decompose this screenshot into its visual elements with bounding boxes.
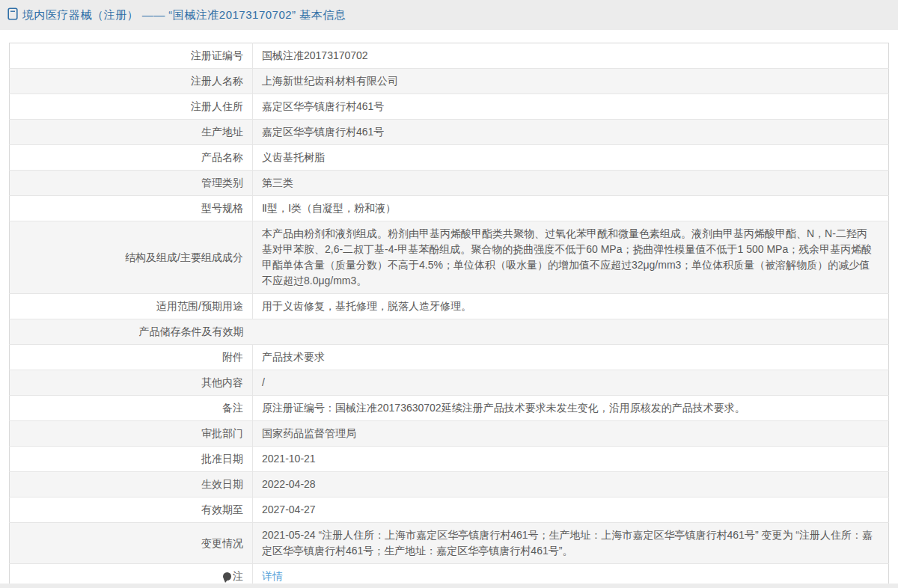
table-row: 产品储存条件及有效期 xyxy=(10,319,889,345)
row-label: 有效期至 xyxy=(10,497,253,523)
table-row: 注册证编号国械注准20173170702 xyxy=(10,43,889,69)
table-row: 有效期至2027-04-27 xyxy=(10,497,889,523)
table-row: 注册人住所嘉定区华亭镇唐行村461号 xyxy=(10,94,889,120)
row-label: 备注 xyxy=(10,396,253,421)
registration-info-table: 注册证编号国械注准20173170702注册人名称上海新世纪齿科材料有限公司注册… xyxy=(9,43,889,588)
document-icon xyxy=(7,7,18,23)
row-label: 附件 xyxy=(10,345,253,370)
row-value: 国家药品监督管理局 xyxy=(253,421,889,447)
row-value: 国械注准20173170702 xyxy=(253,43,889,69)
table-row: 注册人名称上海新世纪齿科材料有限公司 xyxy=(10,69,889,94)
table-row: 生效日期2022-04-28 xyxy=(10,472,889,497)
row-label: 生效日期 xyxy=(10,472,253,497)
table-row: 审批部门国家药品监督管理局 xyxy=(10,421,889,447)
page-header: 境内医疗器械（注册） —— “国械注准20173170702” 基本信息 xyxy=(0,0,898,30)
row-label: 生产地址 xyxy=(10,120,253,145)
table-row: 备注原注册证编号：国械注准20173630702延续注册产品技术要求未发生变化，… xyxy=(10,396,889,421)
row-label: 其他内容 xyxy=(10,370,253,396)
row-value: 嘉定区华亭镇唐行村461号 xyxy=(253,94,889,120)
row-value: 用于义齿修复，基托修理，脱落人造牙修理。 xyxy=(253,294,889,319)
row-label: 注册人名称 xyxy=(10,69,253,94)
row-label: 结构及组成/主要组成成分 xyxy=(10,221,253,294)
row-label: 管理类别 xyxy=(10,171,253,196)
row-value: 原注册证编号：国械注准20173630702延续注册产品技术要求未发生变化，沿用… xyxy=(253,396,889,421)
row-label: 批准日期 xyxy=(10,447,253,472)
table-row: 批准日期2021-10-21 xyxy=(10,447,889,472)
row-label: 产品名称 xyxy=(10,145,253,171)
table-row: 变更情况2021-05-24 “注册人住所：上海市嘉定区华亭镇唐行村461号；生… xyxy=(10,523,889,564)
row-value: 2027-04-27 xyxy=(253,497,889,523)
page-title: 境内医疗器械（注册） —— “国械注准20173170702” 基本信息 xyxy=(22,8,346,22)
row-value: 2021-05-24 “注册人住所：上海市嘉定区华亭镇唐行村461号；生产地址：… xyxy=(253,523,889,564)
table-row: 管理类别第三类 xyxy=(10,171,889,196)
row-label: 变更情况 xyxy=(10,523,253,564)
table-row: 适用范围/预期用途用于义齿修复，基托修理，脱落人造牙修理。 xyxy=(10,294,889,319)
row-value: / xyxy=(253,370,889,396)
row-value: 本产品由粉剂和液剂组成。粉剂由甲基丙烯酸甲酯类共聚物、过氧化苯甲酰和微量色素组成… xyxy=(253,221,889,294)
table-row: 型号规格Ⅱ型，Ⅰ类（自凝型，粉和液） xyxy=(10,196,889,221)
table-row: 附件产品技术要求 xyxy=(10,345,889,370)
note-balloon-icon xyxy=(223,572,231,581)
row-value: 2022-04-28 xyxy=(253,472,889,497)
info-table-body: 注册证编号国械注准20173170702注册人名称上海新世纪齿科材料有限公司注册… xyxy=(10,43,889,588)
table-row: 产品名称义齿基托树脂 xyxy=(10,145,889,171)
row-label: 注册人住所 xyxy=(10,94,253,120)
row-value: 嘉定区华亭镇唐行村461号 xyxy=(253,120,889,145)
row-value: 产品技术要求 xyxy=(253,345,889,370)
row-value: 上海新世纪齿科材料有限公司 xyxy=(253,69,889,94)
table-row: 生产地址嘉定区华亭镇唐行村461号 xyxy=(10,120,889,145)
row-value xyxy=(253,319,889,345)
row-value: 2021-10-21 xyxy=(253,447,889,472)
bottom-section-divider xyxy=(0,584,898,588)
table-row: 结构及组成/主要组成成分本产品由粉剂和液剂组成。粉剂由甲基丙烯酸甲酯类共聚物、过… xyxy=(10,221,889,294)
row-value: Ⅱ型，Ⅰ类（自凝型，粉和液） xyxy=(253,196,889,221)
row-label: 适用范围/预期用途 xyxy=(10,294,253,319)
row-label: 注册证编号 xyxy=(10,43,253,69)
row-value: 第三类 xyxy=(253,171,889,196)
row-label: 型号规格 xyxy=(10,196,253,221)
row-label: 审批部门 xyxy=(10,421,253,447)
registration-info-panel: 注册证编号国械注准20173170702注册人名称上海新世纪齿科材料有限公司注册… xyxy=(9,43,889,588)
row-value: 义齿基托树脂 xyxy=(253,145,889,171)
row-label: 产品储存条件及有效期 xyxy=(10,319,253,345)
details-link[interactable]: 详情 xyxy=(262,570,283,582)
table-row: 其他内容/ xyxy=(10,370,889,396)
